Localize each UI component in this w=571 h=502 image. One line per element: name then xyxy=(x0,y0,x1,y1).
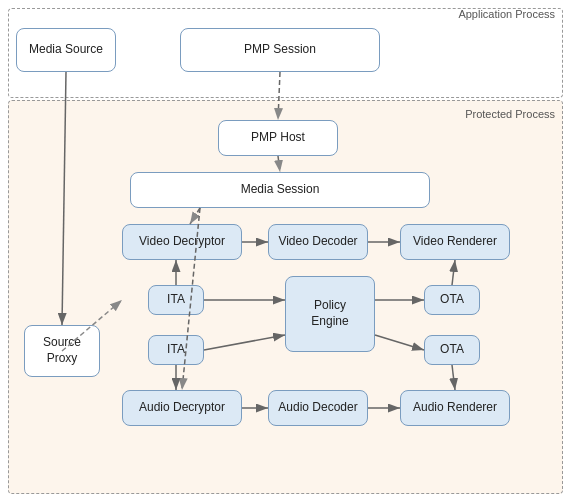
diagram-container: Application Process Protected Process Me… xyxy=(0,0,571,502)
ita-audio-box: ITA xyxy=(148,335,204,365)
video-decoder-box: Video Decoder xyxy=(268,224,368,260)
protected-process-label: Protected Process xyxy=(465,108,555,120)
video-decryptor-box: Video Decryptor xyxy=(122,224,242,260)
app-process-label: Application Process xyxy=(458,8,555,20)
ita-video-box: ITA xyxy=(148,285,204,315)
ota-audio-box: OTA xyxy=(424,335,480,365)
audio-renderer-box: Audio Renderer xyxy=(400,390,510,426)
pmp-host-box: PMP Host xyxy=(218,120,338,156)
ota-video-box: OTA xyxy=(424,285,480,315)
media-session-box: Media Session xyxy=(130,172,430,208)
pmp-session-box: PMP Session xyxy=(180,28,380,72)
audio-decoder-box: Audio Decoder xyxy=(268,390,368,426)
policy-engine-box: Policy Engine xyxy=(285,276,375,352)
media-source-box: Media Source xyxy=(16,28,116,72)
video-renderer-box: Video Renderer xyxy=(400,224,510,260)
source-proxy-box: Source Proxy xyxy=(24,325,100,377)
audio-decryptor-box: Audio Decryptor xyxy=(122,390,242,426)
